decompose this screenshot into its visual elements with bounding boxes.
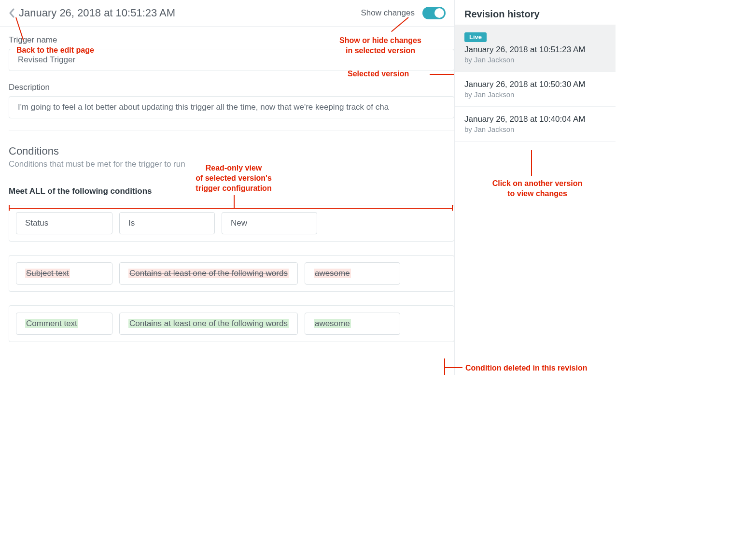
section-divider	[9, 130, 454, 130]
condition-field: Comment text	[16, 313, 112, 335]
annotation-tick	[444, 358, 445, 375]
revision-history-title: Revision history	[455, 0, 616, 25]
revision-author: by Jan Jackson	[464, 90, 606, 99]
condition-operator: Is	[119, 212, 215, 234]
revision-title: January 26, 2018 at 10:51:23 AM	[19, 7, 361, 19]
revision-item[interactable]: January 26, 2018 at 10:40:04 AM by Jan J…	[455, 107, 616, 142]
revision-author: by Jan Jackson	[464, 56, 606, 64]
condition-value: awesome	[305, 313, 400, 335]
revision-timestamp: January 26, 2018 at 10:40:04 AM	[464, 114, 606, 124]
revision-timestamp: January 26, 2018 at 10:51:23 AM	[464, 45, 606, 55]
condition-row-added: Comment text Contains at least one of th…	[9, 305, 454, 342]
condition-operator: Contains at least one of the following w…	[119, 262, 298, 285]
revision-item[interactable]: Live January 26, 2018 at 10:51:23 AM by …	[455, 25, 616, 72]
revision-timestamp: January 26, 2018 at 10:50:30 AM	[464, 80, 606, 89]
annotation-tick	[9, 205, 10, 211]
conditions-all-heading: Meet ALL of the following conditions	[9, 186, 454, 196]
show-changes-toggle[interactable]	[422, 7, 446, 19]
toggle-knob	[434, 8, 444, 18]
revision-item[interactable]: January 26, 2018 at 10:50:30 AM by Jan J…	[455, 72, 616, 107]
conditions-title: Conditions	[9, 145, 454, 157]
annotation-tick	[452, 205, 453, 211]
show-changes-label: Show changes	[361, 8, 415, 18]
condition-value: New	[222, 212, 317, 234]
description-value: I'm going to feel a lot better about upd…	[9, 96, 454, 118]
description-label: Description	[9, 83, 454, 92]
condition-field: Status	[16, 212, 112, 234]
trigger-name-label: Trigger name	[9, 35, 454, 45]
condition-field: Subject text	[16, 262, 112, 285]
live-badge: Live	[464, 32, 487, 42]
condition-row-deleted: Subject text Contains at least one of th…	[9, 255, 454, 292]
condition-operator: Contains at least one of the following w…	[119, 313, 298, 335]
condition-value: awesome	[305, 262, 400, 285]
condition-row: Status Is New	[9, 205, 454, 242]
conditions-subtitle: Conditions that must be met for the trig…	[9, 159, 454, 169]
trigger-name-value: Revised Trigger	[9, 49, 454, 71]
revision-author: by Jan Jackson	[464, 125, 606, 133]
back-chevron-icon[interactable]	[9, 8, 15, 18]
